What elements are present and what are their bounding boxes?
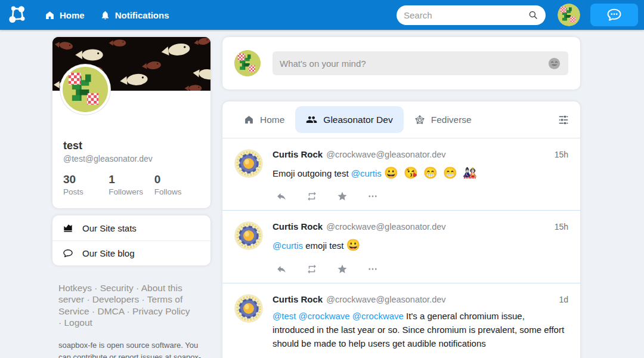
sidebar-footer: Hotkeys · Security · About this server ·… bbox=[52, 282, 210, 358]
reply-button[interactable] bbox=[276, 191, 287, 202]
nav-notifications-label: Notifications bbox=[115, 10, 169, 20]
main-column: Home Gleasonator Dev bbox=[222, 37, 580, 358]
emoji-picker-button[interactable] bbox=[547, 57, 561, 70]
curtis-avatar-icon bbox=[234, 294, 263, 323]
post-author-handle: @crockwave@gleasonator.dev bbox=[326, 150, 445, 159]
post-timestamp[interactable]: 15h bbox=[555, 222, 568, 232]
search-icon[interactable] bbox=[528, 10, 538, 20]
mention-link[interactable]: @curtis bbox=[273, 240, 303, 251]
post-author-avatar[interactable] bbox=[234, 221, 263, 250]
repost-button[interactable] bbox=[306, 191, 317, 202]
footer-link-developers[interactable]: Developers bbox=[92, 294, 139, 304]
stat-posts-label: Posts bbox=[63, 187, 109, 196]
post-header: Curtis Rock @crockwave@gleasonator.dev 1… bbox=[273, 294, 568, 304]
emoji-run: 😀 😘 😁 😁 🎎 bbox=[384, 166, 478, 179]
post-author-avatar[interactable] bbox=[234, 294, 263, 323]
post-header: Curtis Rock @crockwave@gleasonator.dev 1… bbox=[273, 149, 568, 159]
site-stats-label: Our Site stats bbox=[82, 223, 137, 233]
favourite-button[interactable] bbox=[337, 264, 348, 274]
post-actions bbox=[273, 264, 568, 283]
navbar-avatar[interactable] bbox=[558, 4, 580, 26]
smiley-emoji-icon bbox=[547, 57, 561, 70]
post-timestamp[interactable]: 15h bbox=[555, 150, 568, 159]
more-button[interactable] bbox=[367, 191, 378, 202]
post-content: @curtis emoji test 😀 bbox=[273, 236, 568, 254]
site-blog-link[interactable]: Our Site blog bbox=[52, 240, 210, 266]
profile-stats: 30 Posts 1 Followers 0 Follows bbox=[63, 173, 200, 196]
people-group-icon bbox=[306, 114, 317, 125]
ellipsis-icon bbox=[367, 191, 378, 202]
post-timestamp[interactable]: 1d bbox=[559, 295, 568, 304]
post-body: Curtis Rock @crockwave@gleasonator.dev 1… bbox=[273, 294, 568, 351]
profile-card: test @test@gleasonator.dev 30 Posts 1 Fo… bbox=[52, 37, 210, 208]
tab-gleasonator-dev[interactable]: Gleasonator Dev bbox=[295, 106, 403, 133]
site-nav-card: Our Site stats Our Site blog bbox=[52, 215, 210, 266]
post-author-avatar[interactable] bbox=[234, 149, 263, 178]
stat-followers[interactable]: 1 Followers bbox=[109, 173, 154, 196]
footer-link-security[interactable]: Security bbox=[100, 283, 134, 293]
post-text-segment: Emoji outgoing test bbox=[273, 168, 351, 178]
compose-avatar[interactable] bbox=[234, 50, 261, 76]
reply-icon bbox=[276, 264, 287, 274]
compose-input-wrap[interactable] bbox=[273, 51, 568, 75]
emoji-run: 😀 bbox=[346, 239, 362, 251]
chat-bubble-icon bbox=[606, 7, 623, 23]
search-input[interactable] bbox=[404, 10, 528, 20]
footer-about: soapbox-fe is open source software. You … bbox=[58, 340, 209, 358]
mention-link[interactable]: @crockwave bbox=[299, 311, 350, 321]
search-box[interactable] bbox=[397, 5, 546, 25]
post-author-handle: @crockwave@gleasonator.dev bbox=[326, 295, 445, 304]
chart-area-icon bbox=[62, 222, 74, 234]
bell-icon bbox=[100, 10, 110, 20]
timeline-card: Home Gleasonator Dev bbox=[222, 101, 580, 358]
repost-icon bbox=[306, 264, 317, 274]
profile-display-name[interactable]: test bbox=[63, 140, 200, 152]
ellipsis-icon bbox=[367, 264, 378, 274]
footer-link-logout[interactable]: Logout bbox=[64, 317, 92, 328]
nav-notifications[interactable]: Notifications bbox=[100, 10, 169, 20]
curtis-avatar-icon bbox=[234, 149, 263, 178]
mention-link[interactable]: @curtis bbox=[351, 168, 382, 178]
post-actions bbox=[273, 191, 568, 210]
post-author-name[interactable]: Curtis Rock bbox=[273, 294, 323, 304]
footer-links: Hotkeys · Security · About this server ·… bbox=[58, 282, 191, 329]
profile-avatar[interactable] bbox=[60, 64, 110, 115]
post[interactable]: Curtis Rock @crockwave@gleasonator.dev 1… bbox=[222, 211, 580, 283]
user-avatar-icon bbox=[63, 67, 108, 112]
more-button[interactable] bbox=[367, 264, 378, 274]
post-author-name[interactable]: Curtis Rock bbox=[273, 221, 323, 232]
post-author-name[interactable]: Curtis Rock bbox=[273, 149, 323, 159]
chat-button[interactable] bbox=[590, 4, 638, 26]
favourite-button[interactable] bbox=[337, 191, 348, 202]
timeline-settings-button[interactable] bbox=[558, 114, 569, 126]
footer-link-hotkeys[interactable]: Hotkeys bbox=[58, 283, 92, 293]
stat-follows[interactable]: 0 Follows bbox=[154, 173, 200, 196]
fediverse-icon bbox=[414, 115, 425, 125]
timeline-tabs: Home Gleasonator Dev bbox=[222, 101, 580, 138]
compose-input[interactable] bbox=[280, 58, 547, 69]
profile-handle: @test@gleasonator.dev bbox=[63, 154, 200, 163]
top-navbar: Home Notifications bbox=[0, 0, 644, 30]
tab-home[interactable]: Home bbox=[233, 107, 295, 133]
footer-link-dmca[interactable]: DMCA bbox=[97, 306, 124, 316]
stat-followers-value: 1 bbox=[109, 173, 154, 186]
star-icon bbox=[337, 264, 348, 274]
mention-link[interactable]: @crockwave bbox=[352, 311, 404, 321]
post[interactable]: Curtis Rock @crockwave@gleasonator.dev 1… bbox=[222, 283, 580, 351]
stat-posts[interactable]: 30 Posts bbox=[63, 173, 109, 196]
mention-link[interactable]: @test bbox=[273, 311, 296, 321]
footer-link-privacy-policy[interactable]: Privacy Policy bbox=[132, 306, 190, 316]
post-body: Curtis Rock @crockwave@gleasonator.dev 1… bbox=[273, 221, 568, 282]
post-content: Emoji outgoing test @curtis 😀 😘 😁 😁 🎎 bbox=[273, 164, 568, 181]
repost-button[interactable] bbox=[306, 264, 317, 274]
site-stats-link[interactable]: Our Site stats bbox=[52, 215, 210, 240]
sliders-icon bbox=[558, 114, 569, 126]
soapbox-logo-icon[interactable] bbox=[6, 3, 30, 27]
home-icon bbox=[244, 115, 254, 125]
tab-fediverse[interactable]: Fediverse bbox=[404, 107, 482, 133]
reply-button[interactable] bbox=[276, 264, 287, 274]
nav-home[interactable]: Home bbox=[45, 10, 85, 20]
post-body: Curtis Rock @crockwave@gleasonator.dev 1… bbox=[273, 149, 568, 210]
post[interactable]: Curtis Rock @crockwave@gleasonator.dev 1… bbox=[222, 138, 580, 211]
nav-home-label: Home bbox=[60, 10, 85, 20]
